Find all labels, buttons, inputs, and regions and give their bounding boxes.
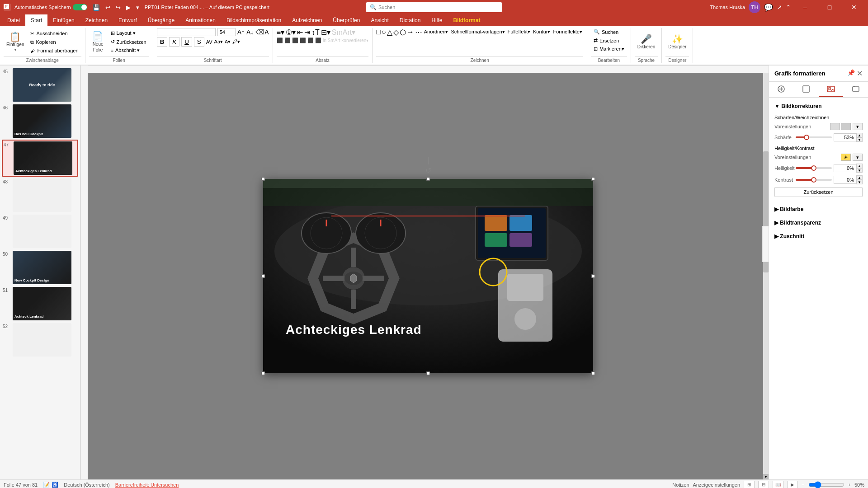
zoom-slider[interactable] [808, 481, 844, 488]
decrease-font-icon[interactable]: A↓ [246, 28, 254, 36]
text-columns-icon[interactable]: ⊟▾ [321, 28, 330, 37]
search-box[interactable]: 🔍 [366, 2, 502, 12]
clear-format-icon[interactable]: ⌫A [255, 28, 269, 36]
panel-close-icon[interactable]: ✕ [857, 69, 863, 78]
undo-icon[interactable]: ↩ [104, 3, 112, 12]
increase-font-icon[interactable]: A↑ [237, 28, 245, 36]
autosave-toggle[interactable] [73, 4, 87, 10]
slide-canvas[interactable]: Achteckiges Lenkrad [263, 179, 593, 373]
helligkeit-slider-track[interactable] [796, 167, 832, 169]
markieren-button[interactable]: ⊡ Markieren▾ [591, 45, 627, 53]
highlight-color-icon[interactable]: 🖍▾ [232, 39, 240, 45]
tab-ansicht[interactable]: Ansicht [365, 14, 394, 26]
tab-einfuegen[interactable]: Einfügen [47, 14, 80, 26]
kontrast-stepper-up[interactable]: ▲ [856, 175, 863, 180]
char-spacing-icon[interactable]: Aa▾ [214, 39, 223, 45]
suchen-button[interactable]: 🔍 Suchen [591, 28, 627, 36]
slide-item-46[interactable]: 46 Das neu Cockpit [2, 103, 78, 139]
handle-bottom-left[interactable] [261, 371, 265, 375]
tab-hilfe[interactable]: Hilfe [426, 14, 448, 26]
preset-dropdown[interactable]: ▾ [853, 123, 863, 130]
schnellformat-button[interactable]: Schnellformat-vorlagen▾ [450, 28, 505, 37]
kopieren-button[interactable]: ⧉ Kopieren [28, 38, 81, 46]
align-center-icon[interactable]: ⬛ [284, 38, 291, 43]
handle-bottom-right[interactable] [591, 371, 595, 375]
font-color-icon[interactable]: A▾ [225, 39, 231, 45]
format-sidebar-tab[interactable] [762, 226, 769, 262]
convert-smartart-icon[interactable]: In SmArt konvertieren▾ [323, 38, 369, 43]
slide-item-47[interactable]: 47 Achteckiges Lenkrad [2, 140, 78, 177]
notes-icon[interactable]: 📝 [43, 482, 50, 488]
tab-uebergaenge[interactable]: Übergänge [142, 14, 180, 26]
text-direction-icon[interactable]: ↕T [311, 28, 320, 37]
handle-top-right[interactable] [591, 177, 595, 181]
kontrast-slider-track[interactable] [796, 179, 832, 181]
fuellung-button[interactable]: Fülleffekt▾ [507, 28, 531, 37]
panel-tab-size[interactable] [843, 82, 868, 97]
handle-middle-right[interactable] [591, 274, 595, 278]
font-size-input[interactable] [217, 28, 236, 36]
kontrast-slider-thumb[interactable] [811, 177, 816, 183]
slideshow-button[interactable]: ▶ [787, 481, 798, 488]
abschnitt-button[interactable]: ≡ Abschnitt ▾ [108, 47, 149, 54]
schaerfe-slider-thumb[interactable] [804, 135, 809, 140]
tab-aufzeichnen[interactable]: Aufzeichnen [287, 14, 327, 26]
bildfarbe-header[interactable]: ▶ Bildfarbe [774, 204, 863, 214]
slide-sorter-button[interactable]: ⊟ [758, 481, 769, 488]
preset-icon-1[interactable] [830, 123, 840, 130]
zoom-in-icon[interactable]: + [848, 482, 851, 488]
bildtransparenz-header[interactable]: ▶ Bildtransparenz [774, 218, 863, 228]
scrollbar-vertical[interactable]: ▲ ▼ [763, 66, 769, 479]
schaerfe-stepper-down[interactable]: ▼ [856, 137, 863, 142]
tab-bildschirm[interactable]: Bildschirmpräsentation [221, 14, 287, 26]
helligkeit-stepper-up[interactable]: ▲ [856, 164, 863, 168]
main-canvas[interactable]: Achteckiges Lenkrad ▲ ▼ [80, 66, 769, 479]
kontrast-value-input[interactable] [834, 176, 856, 184]
accessibility-icon[interactable]: ♿ [52, 482, 58, 488]
indent-less-icon[interactable]: ⇤ [297, 28, 303, 37]
zuruecksetzen-btn[interactable]: Zurücksetzen [774, 187, 863, 197]
handle-bottom-middle[interactable] [426, 371, 430, 375]
slide-item-52[interactable]: 52 [2, 322, 78, 357]
schaerfe-slider-track[interactable] [796, 136, 832, 138]
tab-bildformat[interactable]: Bildformat [448, 14, 486, 26]
zoom-out-icon[interactable]: − [802, 482, 804, 488]
formeffekte-button[interactable]: Formeffekte▾ [552, 28, 583, 37]
shape-7[interactable]: ⋯ [415, 28, 422, 37]
normal-view-button[interactable]: ⊞ [744, 481, 755, 488]
preset-dropdown2[interactable]: ▾ [853, 154, 863, 161]
align-justify-icon[interactable]: ⬛ [300, 38, 306, 43]
reading-view-button[interactable]: 📖 [773, 481, 783, 488]
kontur-button[interactable]: Kontur▾ [532, 28, 551, 37]
share-icon[interactable]: ↗ [777, 4, 782, 11]
line-spacing-icon[interactable]: ⬛ [307, 38, 314, 43]
search-input[interactable] [378, 5, 498, 10]
shape-4[interactable]: ◇ [393, 28, 399, 37]
zuschnitt-header[interactable]: ▶ Zuschnitt [774, 231, 863, 241]
helligkeit-value-input[interactable] [834, 164, 856, 172]
italic-button[interactable]: K [169, 37, 179, 47]
handle-top-middle[interactable] [426, 177, 430, 181]
maximize-button[interactable]: □ [819, 0, 840, 14]
rotate-handle[interactable] [425, 166, 431, 175]
shape-3[interactable]: △ [387, 28, 392, 37]
slide-item-51[interactable]: 51 Achteck Lenkrad [2, 286, 78, 321]
more-icon[interactable]: ▾ [134, 3, 141, 12]
preset-icon-2[interactable] [841, 123, 851, 130]
underline-button[interactable]: U [181, 37, 192, 47]
close-button[interactable]: ✕ [844, 0, 864, 14]
ribbon-collapse-icon[interactable]: ⌃ [786, 4, 791, 11]
schaerfe-value-input[interactable] [834, 133, 856, 141]
zoom-value[interactable]: 50% [854, 482, 864, 488]
ersetzen-button[interactable]: ⇄ Ersetzen [591, 37, 627, 44]
panel-tab-effects[interactable] [769, 82, 794, 97]
tab-entwurf[interactable]: Entwurf [113, 14, 142, 26]
bildkorrekturen-header[interactable]: ▼ Bildkorrekturen [774, 101, 863, 111]
layout-button[interactable]: ⊞ Layout ▾ [108, 29, 149, 37]
panel-tab-picture[interactable] [819, 82, 844, 97]
shape-1[interactable]: □ [376, 28, 381, 37]
font-name-input[interactable] [157, 28, 216, 36]
align-right-icon[interactable]: ⬛ [292, 38, 298, 43]
handle-middle-left[interactable] [261, 274, 265, 278]
shape-2[interactable]: ○ [382, 28, 386, 37]
